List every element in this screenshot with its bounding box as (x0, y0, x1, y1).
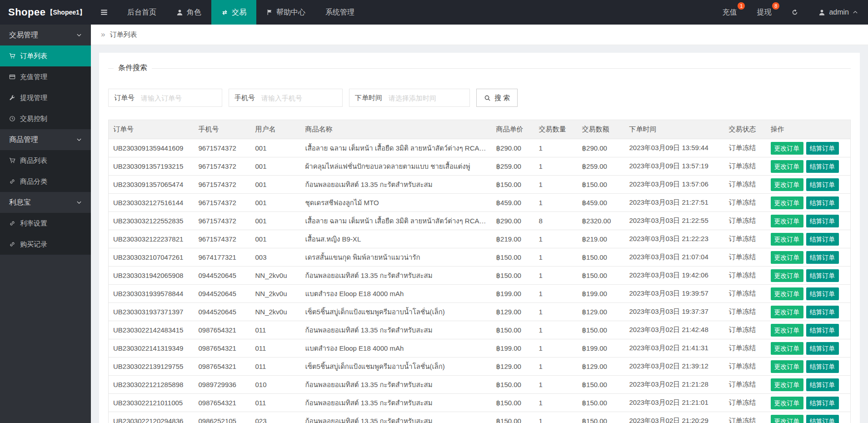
cell-phone: 0944520645 (194, 303, 251, 321)
cell-product: ก้อนพลอยอเมทิสต์ 13.35 กะรัตสำหรับสะสม (301, 321, 492, 339)
cell-amount: ฿290.00 (578, 139, 625, 157)
nav-item-2[interactable]: 交易 (211, 0, 256, 25)
settle-order-button[interactable]: 结算订单 (806, 233, 839, 246)
change-order-button[interactable]: 更改订单 (771, 215, 803, 227)
settle-order-button[interactable]: 结算订单 (806, 397, 839, 409)
search-fields: 订单号手机号下单时间 (108, 89, 470, 107)
cell-amount: ฿259.00 (578, 157, 625, 176)
cell-actions: 更改订单结算订单 (766, 267, 851, 285)
change-order-button[interactable]: 更改订单 (771, 178, 803, 191)
search-field-input[interactable] (260, 89, 342, 106)
cell-phone: 9671574372 (194, 212, 251, 230)
cell-amount: ฿129.00 (578, 303, 625, 321)
order-table: 订单号手机号用户名商品名称商品单价交易数量交易数额下单时间交易状态操作 UB23… (108, 120, 851, 423)
settle-order-button[interactable]: 结算订单 (806, 251, 839, 264)
settle-order-button[interactable]: 结算订单 (806, 306, 839, 318)
recharge-button[interactable]: 充值 1 (712, 0, 747, 25)
settle-order-button[interactable]: 结算订单 (806, 324, 839, 337)
cell-time: 2023年03月02日 21:41:31 (625, 339, 724, 358)
refresh-button[interactable] (781, 0, 808, 25)
change-order-button[interactable]: 更改订单 (771, 324, 803, 337)
cell-order_no: UB2303032122237821 (109, 230, 194, 248)
cell-qty: 1 (534, 176, 578, 194)
cell-time: 2023年03月09日 13:57:06 (625, 176, 724, 194)
cell-product: เดรสสั้นแขนกุด พิมพ์ลายหน้าแมวน่ารัก (301, 248, 492, 267)
sidebar-item-1-1[interactable]: 商品分类 (0, 171, 91, 192)
sidebar-item-0-1[interactable]: 充值管理 (0, 66, 91, 87)
settle-order-button[interactable]: 结算订单 (806, 360, 839, 373)
change-order-button[interactable]: 更改订单 (771, 415, 803, 423)
settle-order-button[interactable]: 结算订单 (806, 378, 839, 391)
content-card: 条件搜索 订单号手机号下单时间 搜 索 订单号手机号用户名商品名称商品单价交易数… (99, 53, 860, 423)
table-row: UB23030913594416099671574372001เสื้อลาย … (109, 139, 851, 157)
withdraw-button[interactable]: 提现 8 (747, 0, 781, 25)
cell-price: ฿150.00 (492, 412, 534, 423)
change-order-button[interactable]: 更改订单 (771, 397, 803, 409)
cell-user: 003 (251, 248, 301, 267)
recharge-badge: 1 (738, 2, 745, 10)
change-order-button[interactable]: 更改订单 (771, 306, 803, 318)
nav-item-label: 角色 (187, 8, 201, 17)
cell-time: 2023年03月02日 21:42:48 (625, 321, 724, 339)
change-order-button[interactable]: 更改订单 (771, 251, 803, 264)
search-field-input[interactable] (388, 89, 469, 106)
change-order-button[interactable]: 更改订单 (771, 233, 803, 246)
sidebar-item-label: 充值管理 (20, 73, 47, 81)
settle-order-button[interactable]: 结算订单 (806, 196, 839, 209)
settle-order-button[interactable]: 结算订单 (806, 215, 839, 227)
cart-icon (9, 53, 15, 59)
nav-item-0[interactable]: 后台首页 (117, 0, 166, 25)
cell-time: 2023年03月03日 19:37:37 (625, 303, 724, 321)
settle-order-button[interactable]: 结算订单 (806, 178, 839, 191)
cell-qty: 1 (534, 394, 578, 412)
order-table-header: 订单号手机号用户名商品名称商品单价交易数量交易数额下单时间交易状态操作 (109, 120, 851, 139)
cell-actions: 更改订单结算订单 (766, 248, 851, 267)
nav-item-4[interactable]: 系统管理 (315, 0, 364, 25)
nav-item-3[interactable]: 帮助中心 (256, 0, 315, 25)
settle-order-button[interactable]: 结算订单 (806, 415, 839, 423)
sidebar-section-0[interactable]: 交易管理 (0, 25, 91, 45)
nav-item-1[interactable]: 角色 (166, 0, 211, 25)
cell-actions: 更改订单结算订单 (766, 412, 851, 423)
settle-order-button[interactable]: 结算订单 (806, 269, 839, 282)
change-order-button[interactable]: 更改订单 (771, 142, 803, 155)
cell-time: 2023年03月03日 19:42:06 (625, 267, 724, 285)
search-bar: 订单号手机号下单时间 搜 索 (108, 89, 851, 107)
change-order-button[interactable]: 更改订单 (771, 196, 803, 209)
search-button-label: 搜 索 (494, 94, 510, 102)
user-menu[interactable]: admin (808, 0, 868, 25)
sidebar-item-0-2[interactable]: 提现管理 (0, 87, 91, 108)
cell-price: ฿150.00 (492, 248, 534, 267)
change-order-button[interactable]: 更改订单 (771, 378, 803, 391)
search-field-input[interactable] (140, 89, 222, 106)
search-button[interactable]: 搜 索 (476, 89, 518, 107)
sidebar-item-0-0[interactable]: 订单列表 (0, 45, 91, 66)
change-order-button[interactable]: 更改订单 (771, 269, 803, 282)
cell-qty: 1 (534, 248, 578, 267)
cell-order_no: UB2303022141319349 (109, 339, 194, 358)
settle-order-button[interactable]: 结算订单 (806, 160, 839, 173)
settle-order-button[interactable]: 结算订单 (806, 142, 839, 155)
cell-actions: 更改订单结算订单 (766, 285, 851, 303)
cell-status: 订单冻结 (724, 339, 766, 358)
sidebar-item-2-0[interactable]: 利率设置 (0, 213, 91, 234)
sidebar-item-2-1[interactable]: 购买记录 (0, 234, 91, 255)
settle-order-button[interactable]: 结算订单 (806, 287, 839, 300)
sidebar-section-1[interactable]: 商品管理 (0, 129, 91, 150)
cell-amount: ฿150.00 (578, 376, 625, 394)
cell-product: ก้อนพลอยอเมทิสต์ 13.35 กะรัตสำหรับสะสม (301, 376, 492, 394)
top-navbar: Shopee 【Shopee1】 后台首页角色交易帮助中心系统管理 充值 1 提… (0, 0, 868, 25)
table-row: UB23030321225528359671574372001เสื้อลาย … (109, 212, 851, 230)
sidebar-item-0-3[interactable]: 交易控制 (0, 108, 91, 129)
column-header-6: 交易数额 (578, 120, 625, 139)
sidebar-section-2[interactable]: 利息宝 (0, 192, 91, 213)
sidebar-item-1-0[interactable]: 商品列表 (0, 150, 91, 171)
change-order-button[interactable]: 更改订单 (771, 342, 803, 355)
change-order-button[interactable]: 更改订单 (771, 160, 803, 173)
change-order-button[interactable]: 更改订单 (771, 287, 803, 300)
column-header-2: 用户名 (251, 120, 301, 139)
hamburger-icon[interactable] (91, 0, 117, 25)
link-icon (9, 178, 15, 185)
settle-order-button[interactable]: 结算订单 (806, 342, 839, 355)
change-order-button[interactable]: 更改订单 (771, 360, 803, 373)
